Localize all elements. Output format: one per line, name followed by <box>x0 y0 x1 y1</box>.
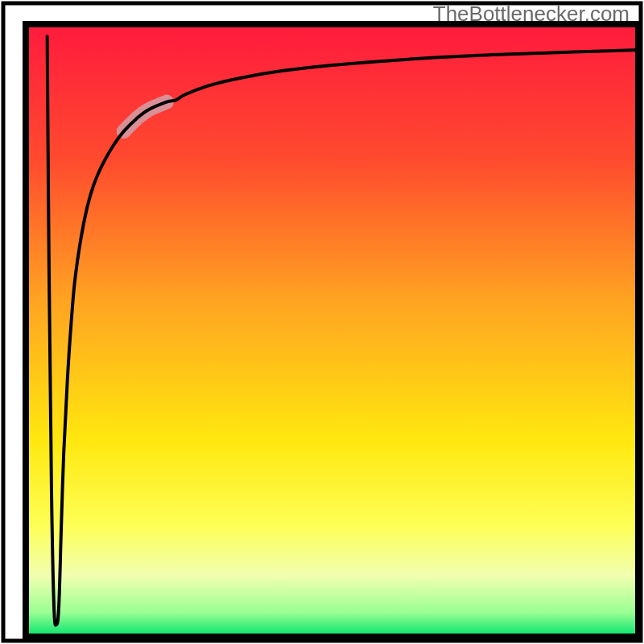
watermark-label: TheBottlenecker.com <box>433 2 630 27</box>
bottleneck-chart <box>0 0 644 644</box>
chart-background-gradient <box>26 24 638 637</box>
